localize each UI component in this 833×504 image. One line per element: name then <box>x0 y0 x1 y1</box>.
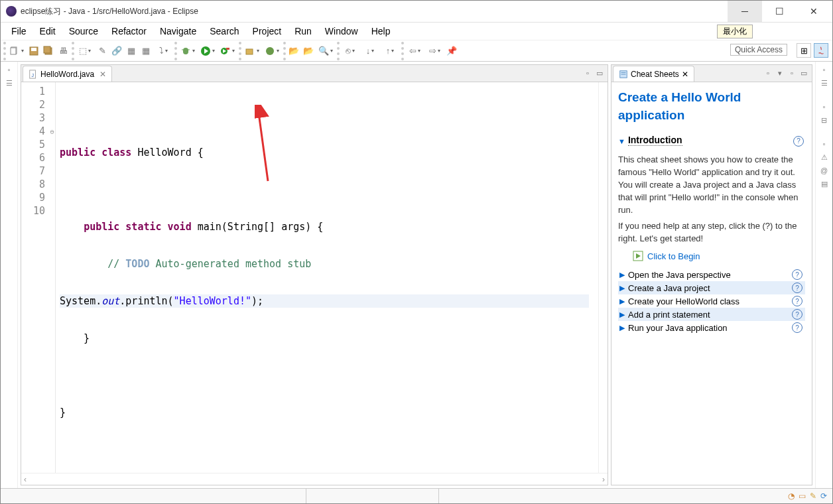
print-button[interactable]: 🖶 <box>56 44 70 58</box>
save-button[interactable] <box>27 44 40 58</box>
toggle-mark-button[interactable]: ⎋ <box>341 44 359 58</box>
menu-run[interactable]: Run <box>289 25 317 38</box>
help-hint-text: If you need help at any step, click the … <box>618 220 805 245</box>
editor-tab-helloword[interactable]: J HelloWord.java ✕ <box>23 66 112 82</box>
cheat-tab-close-icon[interactable]: ✕ <box>682 70 688 79</box>
eclipse-icon <box>6 6 17 17</box>
task-list-icon[interactable]: ☰ <box>819 78 830 88</box>
code-line-9: } <box>60 406 598 419</box>
prev-annotation-button[interactable]: ↑ <box>381 44 399 58</box>
open-type-button[interactable]: ⬚ <box>76 44 94 58</box>
restore-left-icon[interactable]: ▫ <box>4 64 15 75</box>
quick-access[interactable]: Quick Access <box>730 44 787 56</box>
save-all-button[interactable] <box>42 44 55 58</box>
close-button[interactable]: ✕ <box>797 1 831 22</box>
code-line-2: public class HelloWord { <box>60 146 598 159</box>
code-editor[interactable]: 12345678910 ⊖ public class HelloWord { p… <box>21 82 608 473</box>
minimize-button[interactable]: ─ <box>728 1 762 22</box>
step-create-project[interactable]: ▶Create a Java project? <box>618 281 805 294</box>
menu-refactor[interactable]: Refactor <box>106 25 152 38</box>
declaration-icon[interactable]: ▤ <box>819 178 830 189</box>
right-trim: ▫ ☰ ▫ ⊟ ▫ ⚠ @ ▤ <box>815 62 832 488</box>
step-open-perspective[interactable]: ▶Open the Java perspective? <box>618 268 805 281</box>
svg-rect-3 <box>31 48 36 51</box>
new-class-button[interactable] <box>263 44 281 58</box>
pin-button[interactable]: 📌 <box>445 44 458 58</box>
svg-text:J: J <box>31 72 34 77</box>
minimize-tooltip: 最小化 <box>717 25 753 38</box>
code-line-6: System.out.println("HelloWorld!"); <box>60 294 589 308</box>
search-button[interactable]: 🔍 <box>316 44 335 58</box>
javadoc-icon[interactable]: @ <box>819 165 830 176</box>
step-add-print[interactable]: ▶Add a print statement? <box>618 308 805 321</box>
restore-bottom-icon[interactable]: ▫ <box>819 139 830 149</box>
menu-window[interactable]: Window <box>320 25 363 38</box>
minimize-view-icon[interactable]: ▫ <box>582 68 593 78</box>
open-perspective-button[interactable]: ⊞ <box>797 43 811 58</box>
menu-navigate[interactable]: Navigate <box>155 25 202 38</box>
link-button[interactable]: 🔗 <box>110 44 123 58</box>
maximize-cheat-icon[interactable]: ▭ <box>799 68 809 78</box>
window-title: eclipse练习 - Java - 1/src/HelloWord.java … <box>21 6 728 17</box>
code-line-4: public static void main(String[] args) { <box>60 220 598 233</box>
skip-button[interactable]: ⤵ <box>154 44 172 58</box>
open-button[interactable]: 📂 <box>287 44 300 58</box>
run-external-button[interactable] <box>218 44 237 58</box>
new-package-button[interactable] <box>243 44 261 58</box>
svg-point-14 <box>266 47 274 55</box>
begin-icon <box>633 251 643 261</box>
code-line-1 <box>60 109 598 122</box>
overview-ruler[interactable] <box>598 82 608 473</box>
forward-button[interactable]: ⇨ <box>425 44 444 58</box>
status-sync-icon[interactable]: ⟳ <box>820 491 827 501</box>
code-line-8 <box>60 369 598 382</box>
menu-edit[interactable]: Edit <box>34 25 61 38</box>
menu-project[interactable]: Project <box>247 25 287 38</box>
debug-button[interactable] <box>178 44 197 58</box>
status-tasks-icon[interactable]: ◔ <box>788 491 795 501</box>
wand-button[interactable]: ✎ <box>96 44 109 58</box>
intro-heading[interactable]: Introduction <box>628 135 682 146</box>
cheat-sheets-tab[interactable]: Cheat Sheets ✕ <box>613 66 694 82</box>
status-updates-icon[interactable]: ▭ <box>799 491 806 501</box>
view-menu-icon[interactable]: ▫ <box>763 68 773 78</box>
menu-source[interactable]: Source <box>64 25 103 38</box>
cheat-title: Create a Hello World application <box>618 89 805 124</box>
step-create-class[interactable]: ▶Create your HelloWorld class? <box>618 294 805 308</box>
next-annotation-button[interactable]: ↓ <box>361 44 379 58</box>
maximize-view-icon[interactable]: ▭ <box>594 68 605 78</box>
back-button[interactable]: ⇦ <box>405 44 424 58</box>
new-button[interactable] <box>7 44 26 58</box>
menu-bar: File Edit Source Refactor Navigate Searc… <box>1 23 832 40</box>
tab-close-icon[interactable]: ✕ <box>99 70 106 79</box>
outline-icon[interactable]: ⊟ <box>819 115 830 125</box>
menu-help[interactable]: Help <box>366 25 396 38</box>
build-button[interactable]: ▦ <box>125 44 138 58</box>
code-line-7: } <box>60 332 598 345</box>
maximize-button[interactable]: ☐ <box>762 1 797 22</box>
help-icon[interactable]: ? <box>793 136 804 147</box>
code-line-10 <box>60 443 598 456</box>
expand-icon[interactable]: ▼ <box>618 137 625 145</box>
click-to-begin-link[interactable]: Click to Begin <box>633 251 805 261</box>
view-menu-dropdown-icon[interactable]: ▾ <box>775 68 785 78</box>
cheat-sheet-icon <box>619 70 628 79</box>
status-tip-icon[interactable]: ✎ <box>810 491 816 501</box>
build-all-button[interactable]: ▦ <box>139 44 153 58</box>
title-bar: eclipse练习 - Java - 1/src/HelloWord.java … <box>1 1 832 23</box>
restore-right-icon[interactable]: ▫ <box>819 64 830 75</box>
intro-text: This cheat sheet shows you how to create… <box>618 154 805 216</box>
open-task-button[interactable]: 📂 <box>302 44 315 58</box>
problems-icon[interactable]: ⚠ <box>819 152 830 162</box>
menu-file[interactable]: File <box>6 25 32 38</box>
menu-search[interactable]: Search <box>204 25 244 38</box>
restore-right-icon-2[interactable]: ▫ <box>819 101 830 112</box>
run-button[interactable] <box>198 44 217 58</box>
step-run-app[interactable]: ▶Run your Java application? <box>618 321 805 334</box>
svg-rect-12 <box>226 48 229 50</box>
code-text[interactable]: public class HelloWord { public static v… <box>56 82 598 473</box>
minimize-cheat-icon[interactable]: ▫ <box>787 68 797 78</box>
horizontal-scrollbar[interactable]: ‹› <box>21 473 608 485</box>
java-perspective-button[interactable] <box>814 43 828 58</box>
package-explorer-icon[interactable]: ☰ <box>4 78 15 88</box>
